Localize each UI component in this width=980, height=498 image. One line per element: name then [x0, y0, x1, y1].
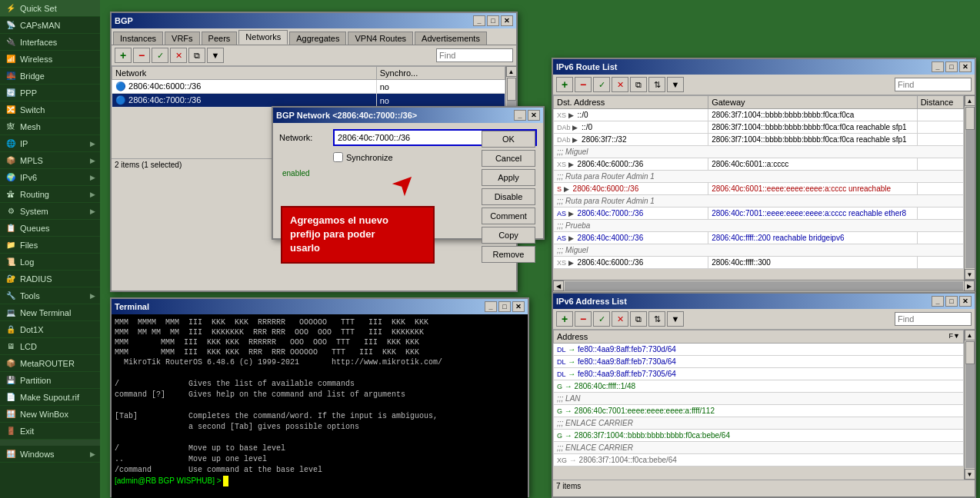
sidebar-item-dot1x[interactable]: 🔒 Dot1X	[0, 321, 100, 338]
ipv6-close[interactable]: ✕	[959, 61, 972, 72]
disable-button[interactable]: Disable	[482, 188, 535, 205]
tab-vpn4routes[interactable]: VPN4 Routes	[348, 32, 413, 45]
table-row[interactable]: AS ▶ 2806:40c:4000::/36 2806:40c:ffff::2…	[554, 232, 964, 244]
sidebar-item-ip[interactable]: 🌐 IP ▶	[0, 135, 100, 152]
sidebar-item-radius[interactable]: 🔐 RADIUS	[0, 271, 100, 287]
sidebar-item-partition[interactable]: 💾 Partition	[0, 372, 100, 389]
addr-filter[interactable]: ▼	[667, 311, 684, 327]
ipv6-scroll-thumb[interactable]	[965, 107, 975, 130]
table-row[interactable]: G → 2806:3f7:1004::bbbb:bbbb:bbbb:f0ca:b…	[554, 430, 964, 442]
table-row[interactable]: S ▶ 2806:40c:6000::/36 2806:40c:6001::ee…	[554, 183, 964, 195]
ipv6-hscrollbar[interactable]: ◀ ▶	[553, 280, 975, 290]
tab-advertisements[interactable]: Advertisements	[415, 32, 487, 45]
table-row[interactable]: DL → fe80::4aa9:8aff:feb7:7305/64	[554, 368, 964, 380]
sidebar-item-tools[interactable]: 🔧 Tools ▶	[0, 287, 100, 304]
addr-scroll-down[interactable]: ▼	[965, 469, 975, 480]
table-row[interactable]: DAb ▶ ::/0 2806:3f7:1004::bbbb:bbbb:bbbb…	[554, 121, 964, 134]
check-button[interactable]: ✓	[152, 48, 168, 63]
table-row[interactable]: XS ▶ ::/0 2806:3f7:1004::bbbb:bbbb:bbbb:…	[554, 109, 964, 121]
sidebar-item-newterminal[interactable]: 💻 New Terminal	[0, 304, 100, 321]
table-row[interactable]: AS ▶ 2806:40c:7000::/36 2806:40c:7001::e…	[554, 208, 964, 220]
bgp-minimize[interactable]: _	[473, 15, 485, 26]
ipv6-scroll-down[interactable]: ▼	[965, 269, 975, 280]
sidebar-item-bridge[interactable]: 🌉 Bridge	[0, 68, 100, 85]
dialog-minimize[interactable]: _	[514, 110, 526, 121]
sidebar-item-capsman[interactable]: 📡 CAPsMAN	[0, 17, 100, 34]
scroll-thumb[interactable]	[507, 78, 516, 101]
ipv6-find-input[interactable]	[895, 78, 972, 91]
sidebar-item-system[interactable]: ⚙ System ▶	[0, 203, 100, 220]
ipv6-maximize[interactable]: □	[945, 61, 958, 72]
table-row[interactable]: 🔵 2806:40c:6000::/36 no	[112, 80, 505, 94]
sidebar-item-newwinbox[interactable]: 🪟 New WinBox	[0, 406, 100, 423]
ipv6-hscroll-right[interactable]: ▶	[964, 281, 975, 291]
sidebar-item-exit[interactable]: 🚪 Exit	[0, 423, 100, 440]
bgp-maximize[interactable]: □	[487, 15, 499, 26]
copy-button[interactable]: Copy	[482, 227, 535, 244]
addr-check[interactable]: ✓	[593, 311, 610, 327]
synchronize-checkbox[interactable]	[333, 152, 343, 162]
table-row[interactable]: XS ▶ 2806:40c:6000::/36 2806:40c:ffff::3…	[554, 257, 964, 269]
tab-networks[interactable]: Networks	[238, 30, 288, 45]
sidebar-item-log[interactable]: 📜 Log	[0, 254, 100, 271]
sidebar-item-quickset[interactable]: ⚡ Quick Set	[0, 0, 100, 17]
terminal-body[interactable]: MMM MMMM MMM III KKK KKK RRRRRR OOOOOO T…	[112, 314, 528, 498]
ipv6-check[interactable]: ✓	[593, 77, 610, 92]
sidebar-item-queues[interactable]: 📋 Queues	[0, 220, 100, 237]
addr-close[interactable]: ✕	[959, 296, 972, 307]
table-row[interactable]: G → 2806:40c:7001:eeee:eeee:eeee:a:ffff/…	[554, 405, 964, 417]
sidebar-item-switch[interactable]: 🔀 Switch	[0, 101, 100, 118]
ipv6-scroll-up[interactable]: ▲	[965, 95, 975, 106]
tab-instances[interactable]: Instances	[113, 32, 163, 45]
sidebar-item-makesupout[interactable]: 📄 Make Supout.rif	[0, 389, 100, 406]
ipv6-add[interactable]: +	[556, 77, 573, 92]
addr-scroll-thumb[interactable]	[965, 341, 975, 364]
addr-maximize[interactable]: □	[945, 296, 958, 307]
terminal-maximize[interactable]: □	[498, 301, 511, 312]
terminal-close[interactable]: ✕	[512, 301, 525, 312]
filter-button[interactable]: ▼	[207, 48, 224, 63]
addr-find-input[interactable]	[895, 312, 972, 326]
ipv6-minimize[interactable]: _	[932, 61, 944, 72]
ipv6-copy[interactable]: ⧉	[630, 77, 647, 92]
sidebar-item-routing[interactable]: 🛣 Routing ▶	[0, 186, 100, 203]
sidebar-item-mpls[interactable]: 📦 MPLS ▶	[0, 152, 100, 169]
sidebar-item-wireless[interactable]: 📶 Wireless	[0, 51, 100, 68]
addr-remove[interactable]: −	[575, 311, 592, 327]
addr-cross[interactable]: ✕	[612, 311, 628, 327]
add-button[interactable]: +	[115, 48, 132, 63]
bgp-close[interactable]: ✕	[501, 15, 513, 26]
scroll-up[interactable]: ▲	[506, 66, 517, 77]
table-row[interactable]: 🔵 2806:40c:7000::/36 no	[112, 94, 505, 108]
cross-button[interactable]: ✕	[170, 48, 187, 63]
addr-minimize[interactable]: _	[932, 296, 944, 307]
table-row[interactable]: DAb ▶ 2806:3f7::/32 2806:3f7:1004::bbbb:…	[554, 134, 964, 146]
addr-add[interactable]: +	[556, 311, 573, 327]
ok-button[interactable]: OK	[482, 131, 535, 148]
sidebar-item-lcd[interactable]: 🖥 LCD	[0, 338, 100, 355]
table-row[interactable]: G → 2806:40c:ffff::1/48	[554, 380, 964, 393]
addr-sort[interactable]: ⇅	[648, 311, 665, 327]
addr-copy[interactable]: ⧉	[630, 311, 647, 327]
remove-button[interactable]: −	[133, 48, 150, 63]
sidebar-item-metarouter[interactable]: 📦 MetaROUTER	[0, 355, 100, 372]
tab-vrfs[interactable]: VRFs	[165, 32, 200, 45]
tab-aggregates[interactable]: Aggregates	[289, 32, 346, 45]
ipv6-cross[interactable]: ✕	[612, 77, 628, 92]
ipv6-scrollbar[interactable]: ▲ ▼	[964, 95, 975, 280]
cancel-button[interactable]: Cancel	[482, 150, 535, 167]
ipv6-filter[interactable]: ▼	[667, 77, 684, 92]
terminal-minimize[interactable]: _	[485, 301, 497, 312]
ipv6-sort[interactable]: ⇅	[648, 77, 665, 92]
comment-button[interactable]: Comment	[482, 208, 535, 224]
dialog-close[interactable]: ✕	[528, 110, 540, 121]
remove-button-dialog[interactable]: Remove	[482, 246, 535, 263]
sidebar-item-files[interactable]: 📁 Files	[0, 237, 100, 254]
apply-button[interactable]: Apply	[482, 169, 535, 186]
sidebar-item-mesh[interactable]: 🕸 Mesh	[0, 118, 100, 135]
copy-toolbar-button[interactable]: ⧉	[188, 48, 205, 63]
table-row[interactable]: XG → 2806:3f7:1004::f0ca:bebe/64	[554, 454, 964, 466]
tab-peers[interactable]: Peers	[202, 32, 238, 45]
sidebar-item-windows[interactable]: 🪟 Windows ▶	[0, 446, 100, 463]
table-row[interactable]: DL → fe80::4aa9:8aff:feb7:730a/64	[554, 356, 964, 368]
